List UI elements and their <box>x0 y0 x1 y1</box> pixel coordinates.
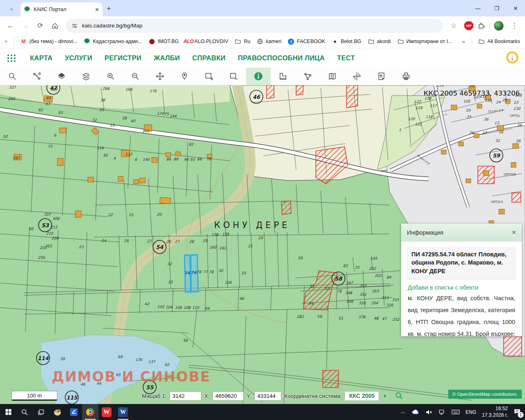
zoom-in-tool-icon[interactable] <box>98 68 123 85</box>
location-pin-tool-icon[interactable] <box>172 68 197 85</box>
map-folded-tool-icon[interactable] <box>320 68 345 85</box>
info-panel-close-icon[interactable]: × <box>512 228 516 237</box>
taskbar-search-icon[interactable] <box>16 404 33 420</box>
rect-remove-tool-icon[interactable] <box>221 68 246 85</box>
bookmark-item[interactable]: ♠Belot.BG <box>332 38 361 45</box>
svg-text:252: 252 <box>392 317 399 322</box>
apps-menu-icon[interactable] <box>7 55 16 62</box>
scale-label: Мащаб 1: <box>142 393 167 399</box>
new-tab-button[interactable]: + <box>107 5 111 13</box>
all-bookmarks-button[interactable]: All Bookmarks <box>478 38 520 45</box>
nav-karta[interactable]: КАРТА <box>30 54 52 62</box>
svg-text:78: 78 <box>209 270 214 274</box>
language-indicator[interactable]: ENG <box>466 409 476 415</box>
bookmark-item[interactable]: Кадастрално-адми... <box>84 38 142 45</box>
add-to-list-link[interactable]: Добави в списък с обекти <box>407 284 516 291</box>
window-minimize-button[interactable]: — <box>468 0 487 16</box>
word-icon[interactable]: W <box>115 404 131 420</box>
browser-menu-icon[interactable]: ⋮ <box>508 19 521 32</box>
export-tool-icon[interactable] <box>369 68 394 85</box>
keyboard-icon[interactable] <box>452 409 460 415</box>
layers-filled-tool-icon[interactable] <box>49 68 74 85</box>
bookmark-item[interactable]: M(без тема) - dimovi... <box>21 38 78 45</box>
address-bar[interactable]: kais.cadastre.bg/bg/Map <box>66 19 443 33</box>
task-view-icon[interactable] <box>33 404 49 420</box>
svg-text:160: 160 <box>209 245 217 249</box>
taskbar-clock[interactable]: 16:52 17.3.2026 г. <box>482 406 508 418</box>
y-coordinate-input[interactable] <box>254 391 281 401</box>
svg-text:ОРТ315: ОРТ315 <box>491 200 503 204</box>
network-icon[interactable] <box>438 409 446 415</box>
bookmark-item[interactable]: akordi <box>368 38 391 45</box>
bookmark-item[interactable]: kameri <box>257 38 281 45</box>
window-restore-button[interactable]: ❐ <box>487 0 506 16</box>
svg-text:93: 93 <box>190 158 195 162</box>
zoom-out-tool-icon[interactable] <box>123 68 148 85</box>
nav-uslugi[interactable]: УСЛУГИ <box>65 54 92 62</box>
bookmark-star-icon[interactable]: ☆ <box>447 19 460 32</box>
measure-tool-icon[interactable] <box>271 68 295 85</box>
bookmark-item[interactable]: IMOT.BG <box>148 38 178 45</box>
info-tool-icon[interactable] <box>246 68 271 85</box>
reload-button[interactable]: ⟳ <box>34 19 47 32</box>
scanner-app-icon[interactable] <box>66 404 82 420</box>
nav-pravosposobni-litsa[interactable]: ПРАВОСПОСОБНИ ЛИЦА <box>238 54 325 62</box>
svg-text:62: 62 <box>164 363 170 367</box>
bookmark-item[interactable]: ALOALO.PLOVDIV <box>185 38 228 45</box>
apps-grid-icon[interactable] <box>5 38 7 45</box>
x-coordinate-input[interactable] <box>212 391 244 401</box>
wps-office-icon[interactable]: W <box>98 404 115 420</box>
bookmark-item[interactable]: fFACEBOOK <box>288 38 325 45</box>
crs-caret-icon[interactable]: ▼ <box>383 394 387 398</box>
download-circle-button[interactable]: ↓ <box>506 51 518 64</box>
svg-text:74: 74 <box>184 271 190 275</box>
nav-spravki[interactable]: СПРАВКИ <box>192 54 226 62</box>
rect-add-tool-icon[interactable] <box>197 68 221 85</box>
home-button[interactable] <box>48 19 62 32</box>
svg-text:209: 209 <box>51 236 59 240</box>
layers-tool-icon[interactable] <box>74 68 98 85</box>
paint-app-icon[interactable] <box>49 404 66 420</box>
tab-search-button[interactable]: ⌄ <box>6 2 17 14</box>
svg-text:327: 327 <box>9 85 16 89</box>
svg-text:121: 121 <box>415 122 422 126</box>
site-settings-icon[interactable] <box>71 23 78 29</box>
svg-text:70: 70 <box>206 157 212 161</box>
back-button[interactable]: ← <box>4 19 17 32</box>
search-tool-icon[interactable] <box>0 68 25 85</box>
svg-text:ОРТ31В: ОРТ31В <box>504 173 516 176</box>
bookmark-item[interactable]: Ru <box>235 38 250 45</box>
nav-registri[interactable]: РЕГИСТРИ <box>105 54 142 62</box>
notifications-icon[interactable]: 1 <box>514 408 521 416</box>
browser-tab[interactable]: КАИС Портал ✕ <box>21 2 103 16</box>
map-canvas[interactable]: 3272643896463626152675267268168176383532… <box>0 85 525 404</box>
route-nodes-tool-icon[interactable] <box>25 68 49 85</box>
window-close-button[interactable]: ✕ <box>506 0 525 16</box>
volume-muted-icon[interactable] <box>425 409 433 415</box>
bookmarks-overflow-chevron[interactable]: » <box>462 39 465 45</box>
polygon-tool-icon[interactable] <box>295 68 320 85</box>
crs-select[interactable]: ККС 2005 <box>345 391 379 401</box>
adblock-extension-icon[interactable]: ABP <box>464 21 473 30</box>
forward-button[interactable]: → <box>19 19 32 32</box>
coordinates-search-icon[interactable] <box>395 391 404 400</box>
bookmark-item[interactable]: Импортирани от I... <box>397 38 452 45</box>
extensions-puzzle-icon[interactable] <box>477 22 485 30</box>
axes-tool-icon[interactable] <box>345 68 369 85</box>
onedrive-icon[interactable] <box>411 409 420 415</box>
chrome-taskbar-icon[interactable] <box>82 404 98 420</box>
nav-test[interactable]: ТЕСТ <box>337 54 355 62</box>
svg-text:46: 46 <box>239 297 244 301</box>
svg-text:19: 19 <box>466 108 471 112</box>
scale-input[interactable] <box>169 391 201 401</box>
svg-text:146: 146 <box>142 158 150 162</box>
pan-tool-icon[interactable] <box>148 68 172 85</box>
osm-attribution[interactable]: © OpenStreetMap contributors. <box>448 390 522 399</box>
start-button[interactable] <box>0 404 16 420</box>
print-tool-icon[interactable] <box>394 68 418 85</box>
tray-chevron-icon[interactable]: ︿ <box>401 409 406 415</box>
nav-zhalbi[interactable]: ЖАЛБИ <box>154 54 180 62</box>
tab-close-icon[interactable]: ✕ <box>95 7 99 13</box>
profile-avatar[interactable] <box>494 21 504 31</box>
svg-text:75: 75 <box>164 112 169 116</box>
